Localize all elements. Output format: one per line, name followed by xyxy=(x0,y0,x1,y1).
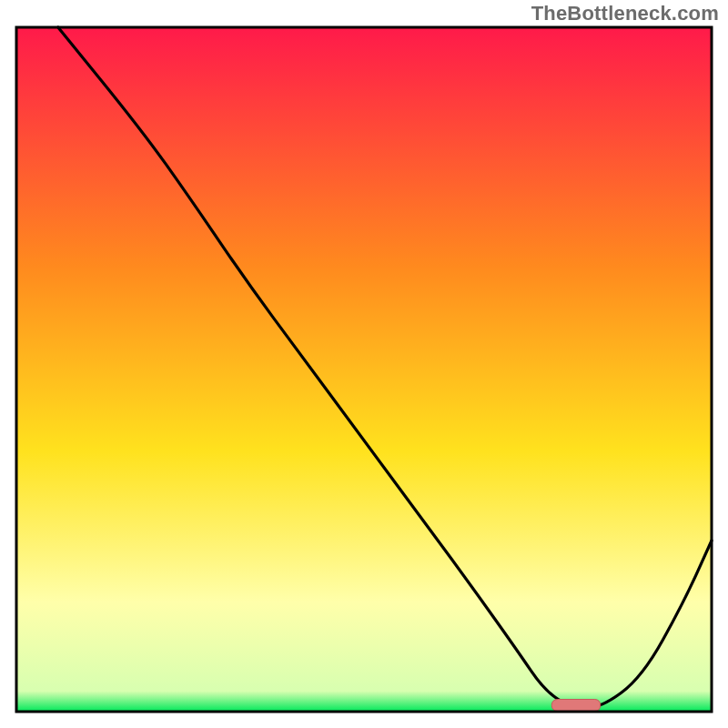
plot-background xyxy=(16,27,712,712)
bottleneck-chart xyxy=(0,0,728,728)
chart-container: TheBottleneck.com xyxy=(0,0,728,728)
optimal-marker xyxy=(551,700,601,712)
